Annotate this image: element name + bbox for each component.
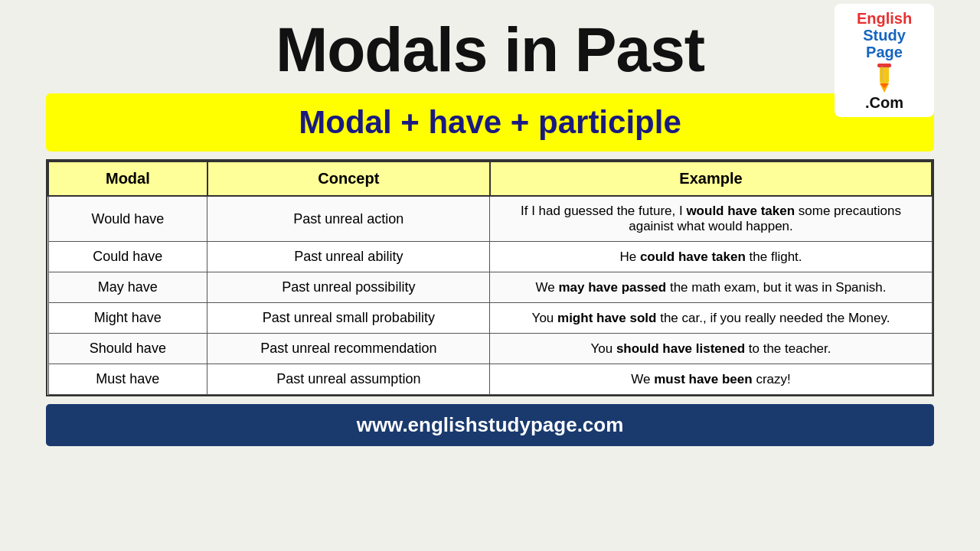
cell-modal: May have: [48, 272, 207, 303]
svg-rect-4: [881, 66, 883, 81]
footer-url: www.englishstudypage.com: [357, 413, 624, 436]
table-row: Would havePast unreal actionIf I had gue…: [48, 196, 932, 242]
table-row: May havePast unreal possibilityWe may ha…: [48, 272, 932, 303]
cell-concept: Past unreal small probability: [207, 303, 490, 334]
cell-modal: Should have: [48, 334, 207, 364]
cell-modal: Must have: [48, 364, 207, 395]
footer-bar: www.englishstudypage.com: [46, 404, 934, 446]
header-concept: Concept: [207, 161, 490, 196]
cell-modal: Could have: [48, 242, 207, 272]
svg-rect-3: [877, 64, 891, 67]
table-row: Should havePast unreal recommendationYou…: [48, 334, 932, 364]
cell-example: If I had guessed the future, I would hav…: [490, 196, 932, 242]
logo-english: English: [842, 10, 926, 27]
table-row: Might havePast unreal small probabilityY…: [48, 303, 932, 334]
main-table: Modal Concept Example Would havePast unr…: [46, 159, 934, 396]
table-row: Could havePast unreal abilityHe could ha…: [48, 242, 932, 272]
cell-modal: Might have: [48, 303, 207, 334]
cell-example: He could have taken the flight.: [490, 242, 932, 272]
cell-example: We must have been crazy!: [490, 364, 932, 395]
formula-banner: Modal + have + participle: [46, 93, 934, 152]
logo-com: .Com: [842, 94, 926, 111]
header-example: Example: [490, 161, 932, 196]
cell-concept: Past unreal ability: [207, 242, 490, 272]
cell-concept: Past unreal action: [207, 196, 490, 242]
formula-text: Modal + have + participle: [299, 104, 681, 140]
cell-example: We may have passed the math exam, but it…: [490, 272, 932, 303]
cell-example: You should have listened to the teacher.: [490, 334, 932, 364]
cell-example: You might have sold the car., if you rea…: [490, 303, 932, 334]
pencil-icon: [869, 62, 900, 93]
logo-study: Study: [842, 27, 926, 44]
page-title: Modals in Past: [276, 14, 704, 86]
table-header-row: Modal Concept Example: [48, 161, 932, 196]
cell-modal: Would have: [48, 196, 207, 242]
logo: English Study Page .Com: [835, 4, 934, 117]
table-row: Must havePast unreal assumptionWe must h…: [48, 364, 932, 395]
cell-concept: Past unreal recommendation: [207, 334, 490, 364]
logo-page: Page: [842, 44, 926, 60]
title-area: Modals in Past English Study Page .Com: [46, 0, 934, 93]
cell-concept: Past unreal possibility: [207, 272, 490, 303]
cell-concept: Past unreal assumption: [207, 364, 490, 395]
header-modal: Modal: [48, 161, 207, 196]
